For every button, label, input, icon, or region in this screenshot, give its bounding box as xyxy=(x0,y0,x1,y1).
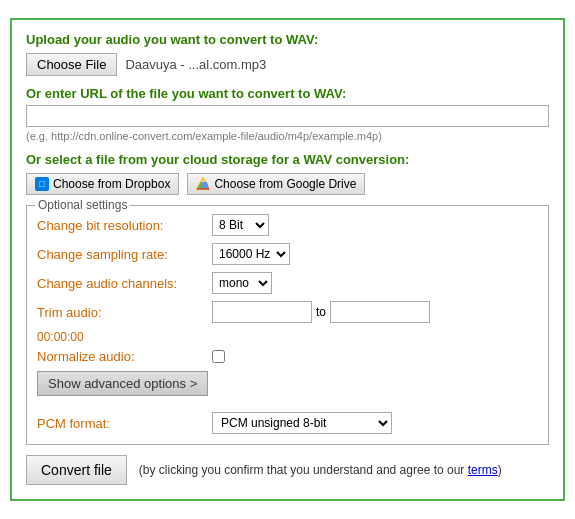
terms-link[interactable]: terms xyxy=(468,463,498,477)
trim-audio-label: Trim audio: xyxy=(37,305,212,320)
convert-note-end: ) xyxy=(498,463,502,477)
timecode-display: 00:00:00 xyxy=(37,330,538,344)
optional-settings-panel: Optional settings Change bit resolution:… xyxy=(26,205,549,445)
cloud-buttons-row: □ Choose from Dropbox Choose from Google… xyxy=(26,173,549,195)
sampling-rate-label: Change sampling rate: xyxy=(37,247,212,262)
pcm-format-select[interactable]: PCM unsigned 8-bit PCM signed 16-bit PCM… xyxy=(212,412,392,434)
gdrive-button[interactable]: Choose from Google Drive xyxy=(187,173,365,195)
normalize-label: Normalize audio: xyxy=(37,349,212,364)
convert-row: Convert file (by clicking you confirm th… xyxy=(26,455,549,485)
url-label: Or enter URL of the file you want to con… xyxy=(26,86,549,101)
dropbox-icon: □ xyxy=(35,177,49,191)
cloud-label: Or select a file from your cloud storage… xyxy=(26,152,549,167)
normalize-row: Normalize audio: xyxy=(37,349,538,364)
filename-display: Daavuya - ...al.com.mp3 xyxy=(125,57,266,72)
trim-to-label: to xyxy=(316,305,326,319)
audio-channels-row: Change audio channels: mono stereo xyxy=(37,272,538,294)
convert-note: (by clicking you confirm that you unders… xyxy=(139,462,502,479)
bit-resolution-label: Change bit resolution: xyxy=(37,218,212,233)
convert-button[interactable]: Convert file xyxy=(26,455,127,485)
gdrive-label: Choose from Google Drive xyxy=(214,177,356,191)
trim-from-input[interactable] xyxy=(212,301,312,323)
dropbox-label: Choose from Dropbox xyxy=(53,177,170,191)
show-advanced-button[interactable]: Show advanced options > xyxy=(37,371,208,396)
upload-label: Upload your audio you want to convert to… xyxy=(26,32,549,47)
audio-channels-label: Change audio channels: xyxy=(37,276,212,291)
dropbox-button[interactable]: □ Choose from Dropbox xyxy=(26,173,179,195)
upload-row: Choose File Daavuya - ...al.com.mp3 xyxy=(26,53,549,76)
bit-resolution-select[interactable]: 8 Bit 16 Bit 24 Bit 32 Bit xyxy=(212,214,269,236)
sampling-rate-row: Change sampling rate: 16000 Hz 8000 Hz 2… xyxy=(37,243,538,265)
main-container: Upload your audio you want to convert to… xyxy=(10,18,565,501)
normalize-checkbox[interactable] xyxy=(212,350,225,363)
pcm-format-row: PCM format: PCM unsigned 8-bit PCM signe… xyxy=(37,412,538,434)
trim-to-input[interactable] xyxy=(330,301,430,323)
sampling-rate-select[interactable]: 16000 Hz 8000 Hz 22050 Hz 44100 Hz 48000… xyxy=(212,243,290,265)
url-example: (e.g. http://cdn.online-convert.com/exam… xyxy=(26,130,549,142)
trim-audio-row: Trim audio: to xyxy=(37,301,538,323)
trim-inputs: to xyxy=(212,301,430,323)
bit-resolution-row: Change bit resolution: 8 Bit 16 Bit 24 B… xyxy=(37,214,538,236)
audio-channels-select[interactable]: mono stereo xyxy=(212,272,272,294)
choose-file-button[interactable]: Choose File xyxy=(26,53,117,76)
optional-legend: Optional settings xyxy=(35,198,130,212)
convert-note-text: (by clicking you confirm that you unders… xyxy=(139,463,468,477)
url-input[interactable] xyxy=(26,105,549,127)
gdrive-icon xyxy=(196,177,210,191)
pcm-format-label: PCM format: xyxy=(37,416,212,431)
